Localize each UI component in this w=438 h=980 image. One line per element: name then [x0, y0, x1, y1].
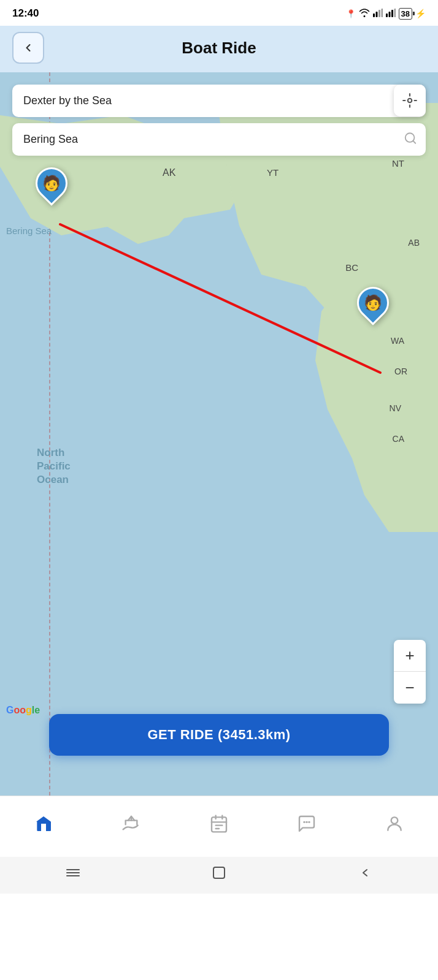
- svg-rect-3: [381, 9, 383, 17]
- profile-icon: [383, 813, 405, 835]
- back-button[interactable]: [12, 32, 44, 64]
- nav-item-chat[interactable]: [286, 808, 328, 840]
- page-title: Boat Ride: [44, 39, 394, 58]
- origin-pin: 🧑: [36, 167, 67, 199]
- destination-search-field[interactable]: Bering Sea: [12, 123, 426, 156]
- zoom-controls: + −: [394, 640, 426, 704]
- svg-rect-6: [391, 10, 393, 17]
- charging-icon: ⚡: [415, 9, 426, 18]
- origin-search-field[interactable]: Dexter by the Sea: [12, 85, 426, 117]
- status-time: 12:40: [12, 7, 39, 20]
- battery-indicator: 38: [399, 8, 412, 20]
- nav-item-boat[interactable]: [110, 808, 152, 840]
- svg-line-12: [413, 140, 415, 143]
- location-button[interactable]: [394, 85, 426, 116]
- destination-avatar: 🧑: [364, 294, 382, 311]
- svg-rect-5: [388, 12, 390, 17]
- get-ride-label: GET RIDE (3451.3km): [147, 727, 290, 743]
- origin-search-value: Dexter by the Sea: [23, 94, 112, 107]
- nav-item-profile[interactable]: [374, 808, 415, 840]
- svg-point-27: [391, 817, 398, 824]
- signal-icon-2: [386, 9, 396, 19]
- wifi-icon: [359, 9, 370, 19]
- location-icon: 📍: [346, 9, 356, 18]
- svg-rect-0: [373, 13, 375, 17]
- signal-icon-1: [373, 9, 383, 19]
- destination-pin: 🧑: [357, 287, 389, 319]
- map-view[interactable]: AK YT NT BC AB WA OR NV CA Bering Sea No…: [0, 72, 438, 796]
- destination-search-icon: [404, 131, 417, 148]
- status-bar: 12:40 📍 38: [0, 0, 438, 26]
- origin-avatar: 🧑: [42, 175, 61, 192]
- boat-icon: [120, 813, 142, 835]
- calendar-icon: [208, 813, 230, 835]
- android-nav-bar: [0, 857, 438, 894]
- home-icon: [33, 813, 55, 835]
- svg-point-13: [408, 99, 412, 103]
- zoom-out-button[interactable]: −: [394, 672, 426, 704]
- svg-rect-2: [378, 10, 380, 17]
- svg-rect-18: [212, 817, 226, 832]
- status-icons: 📍 38 ⚡: [346, 8, 426, 20]
- android-menu-button[interactable]: [61, 860, 85, 885]
- destination-search-value: Bering Sea: [23, 133, 78, 145]
- app-header: Boat Ride: [0, 26, 438, 72]
- svg-rect-4: [386, 13, 388, 17]
- search-fields-container: Dexter by the Sea Bering Sea: [12, 85, 426, 156]
- zoom-in-button[interactable]: +: [394, 640, 426, 672]
- bottom-navigation: [0, 796, 438, 857]
- nav-item-calendar[interactable]: [198, 808, 240, 840]
- svg-rect-1: [375, 12, 377, 17]
- android-back-button[interactable]: [353, 860, 377, 885]
- svg-rect-31: [213, 867, 225, 878]
- svg-rect-7: [394, 9, 396, 17]
- android-home-button[interactable]: [207, 860, 231, 885]
- nav-item-home[interactable]: [23, 808, 64, 840]
- get-ride-button[interactable]: GET RIDE (3451.3km): [49, 714, 389, 756]
- chat-icon: [296, 813, 318, 835]
